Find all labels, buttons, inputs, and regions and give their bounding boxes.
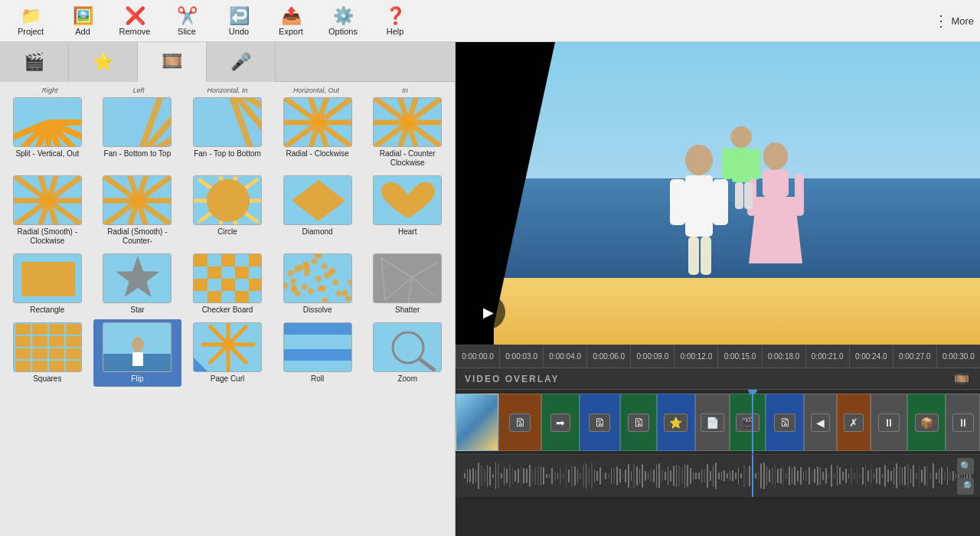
time-mark-6: 0:00:15.0 bbox=[717, 345, 761, 368]
waveform-bar bbox=[929, 472, 931, 479]
svg-rect-155 bbox=[66, 361, 81, 371]
waveform-bar bbox=[543, 467, 544, 485]
time-ruler: 0:00:00.00:00:03.00:00:04.00:00:06.00:00… bbox=[456, 345, 980, 368]
transition-thumb-zoom bbox=[373, 322, 442, 372]
options-button[interactable]: ⚙️ Options bbox=[318, 3, 368, 38]
svg-rect-145 bbox=[32, 336, 47, 347]
zoom-out-button[interactable]: 🔎 bbox=[957, 478, 974, 495]
clip-13[interactable]: ⏸ bbox=[946, 394, 980, 451]
playhead[interactable] bbox=[752, 390, 753, 454]
clip-11[interactable]: ⏸ bbox=[871, 394, 907, 451]
clip-12[interactable]: 📦 bbox=[907, 394, 946, 451]
transition-thumb-circle bbox=[193, 175, 262, 225]
svg-point-121 bbox=[294, 291, 300, 297]
transition-item-rectangle[interactable]: Rectangle bbox=[3, 250, 92, 318]
transition-item-fan-bottom-top[interactable]: Fan - Bottom to Top bbox=[93, 94, 182, 171]
transition-item-squares[interactable]: Squares bbox=[3, 319, 92, 387]
cat-right: Right bbox=[6, 87, 93, 94]
waveform-bar bbox=[518, 469, 519, 484]
export-icon: 📤 bbox=[281, 6, 302, 26]
audio-icon: 🎤 bbox=[230, 52, 251, 72]
time-mark-3: 0:00:06.0 bbox=[586, 345, 630, 368]
clip-1[interactable]: 🖻 bbox=[498, 394, 541, 451]
svg-point-110 bbox=[311, 258, 317, 264]
slice-button[interactable]: ✂️ Slice bbox=[162, 3, 211, 38]
clip-2[interactable]: ➡ bbox=[541, 394, 580, 451]
waveform-bar bbox=[625, 469, 626, 483]
transition-item-split-vertical-out[interactable]: Split - Vertical, Out bbox=[3, 94, 92, 171]
waveform-bar bbox=[755, 473, 756, 479]
transition-item-fan-top-bottom[interactable]: Fan - Top to Bottom bbox=[183, 94, 272, 171]
export-label: Export bbox=[279, 27, 303, 36]
waveform-bar bbox=[859, 474, 861, 478]
time-mark-7: 0:00:18.0 bbox=[762, 345, 805, 368]
clip-5[interactable]: ⭐ bbox=[657, 394, 695, 451]
waveform-bar bbox=[541, 466, 542, 486]
transition-item-page-curl[interactable]: Page Curl bbox=[183, 319, 272, 387]
time-mark-9: 0:00:24.0 bbox=[849, 345, 893, 368]
waveform-bar bbox=[642, 464, 643, 488]
transition-item-radial-smooth-cc[interactable]: Radial (Smooth) - Counter- bbox=[93, 172, 182, 249]
clip-6[interactable]: 📄 bbox=[695, 394, 730, 451]
help-button[interactable]: ❓ Help bbox=[371, 3, 420, 38]
remove-button[interactable]: ❌ Remove bbox=[110, 3, 159, 38]
transition-item-diamond[interactable]: Diamond bbox=[273, 172, 362, 249]
undo-button[interactable]: ↩️ Undo bbox=[214, 3, 263, 38]
transition-item-circle[interactable]: Circle bbox=[183, 172, 272, 249]
transition-label-rectangle: Rectangle bbox=[30, 306, 64, 315]
transition-item-zoom[interactable]: Zoom bbox=[363, 319, 452, 387]
clip-track: 🖻➡🖻🖻⭐📄🎬🖻◀✗⏸📦⏸ bbox=[456, 390, 980, 455]
svg-rect-100 bbox=[235, 291, 249, 303]
main-area: 🎬 ⭐ 🎞️ 🎤 Right Left Horizontal, In Horiz… bbox=[0, 42, 980, 536]
waveform-bar bbox=[704, 469, 705, 482]
waveform-bar bbox=[831, 465, 832, 486]
svg-rect-93 bbox=[249, 254, 262, 266]
transition-item-checker[interactable]: Checker Board bbox=[183, 250, 272, 318]
waveform-bar bbox=[648, 472, 649, 479]
transition-item-shatter[interactable]: Shatter bbox=[363, 250, 452, 318]
waveform-bar bbox=[749, 466, 750, 486]
transition-item-radial-counter[interactable]: Radial - Counter Clockwise bbox=[363, 94, 452, 171]
more-button[interactable]: ⋮ More bbox=[933, 11, 974, 30]
waveform-bar bbox=[874, 473, 875, 479]
clip-4[interactable]: 🖻 bbox=[620, 394, 657, 451]
add-button[interactable]: 🖼️ Add bbox=[58, 3, 107, 38]
waveform-bar bbox=[746, 468, 748, 485]
transition-item-flip[interactable]: Flip bbox=[93, 319, 182, 387]
clip-3[interactable]: 🖻 bbox=[580, 394, 620, 451]
waveform-bar bbox=[549, 474, 550, 479]
waveform-bar bbox=[854, 472, 855, 479]
waveform-bar bbox=[760, 463, 762, 488]
tab-favorites[interactable]: ⭐ bbox=[69, 42, 138, 82]
tab-audio[interactable]: 🎤 bbox=[207, 42, 276, 82]
waveform-bar bbox=[645, 471, 646, 482]
transition-thumb-radial-counter bbox=[373, 97, 442, 147]
clip-9[interactable]: ◀ bbox=[804, 394, 836, 451]
waveform-bar bbox=[701, 469, 703, 483]
waveform-bar bbox=[842, 472, 844, 479]
clip-10[interactable]: ✗ bbox=[837, 394, 871, 451]
transition-item-star[interactable]: Star bbox=[93, 250, 182, 318]
project-button[interactable]: 📁 Project bbox=[6, 3, 55, 38]
svg-rect-174 bbox=[284, 349, 352, 361]
transition-grid: Split - Vertical, OutFan - Bottom to Top… bbox=[3, 94, 452, 387]
waveform-bar bbox=[913, 465, 914, 488]
transition-item-heart[interactable]: Heart bbox=[363, 172, 452, 249]
transition-item-roll[interactable]: Roll bbox=[273, 319, 362, 387]
waveform-bar bbox=[783, 466, 785, 485]
waveform-bar bbox=[939, 469, 940, 484]
transition-item-dissolve[interactable]: Dissolve bbox=[273, 250, 362, 318]
zoom-in-button[interactable]: 🔍 bbox=[957, 458, 974, 475]
play-button[interactable]: ▶ bbox=[471, 295, 505, 329]
export-button[interactable]: 📤 Export bbox=[266, 3, 315, 38]
clip-8[interactable]: 🖻 bbox=[766, 394, 804, 451]
clip-0[interactable] bbox=[456, 394, 498, 451]
tab-transitions[interactable]: 🎞️ bbox=[138, 42, 207, 82]
svg-rect-132 bbox=[374, 254, 442, 303]
right-panel: ▶ 0:00:00.00:00:03.00:00:04.00:00:06.00:… bbox=[456, 42, 980, 536]
clip-7[interactable]: 🎬 bbox=[730, 394, 766, 451]
transition-item-radial-smooth-cw[interactable]: Radial (Smooth) - Clockwise bbox=[3, 172, 92, 249]
transition-thumb-fan-bottom-top bbox=[103, 97, 172, 147]
transition-item-radial-clockwise[interactable]: Radial - Clockwise bbox=[273, 94, 362, 171]
tab-effects[interactable]: 🎬 bbox=[0, 42, 69, 82]
